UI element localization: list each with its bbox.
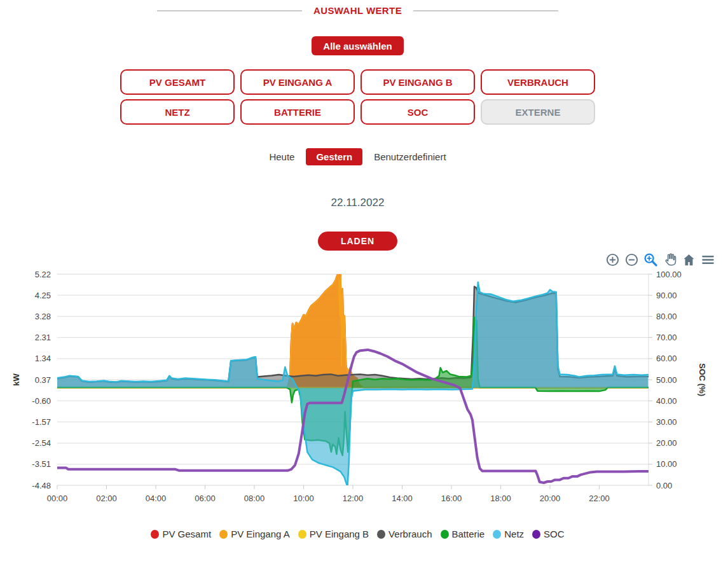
svg-text:0.37: 0.37	[35, 375, 51, 385]
home-icon[interactable]	[682, 253, 696, 267]
date-range-tabs: Heute Gestern Benutzerdefiniert	[0, 148, 715, 165]
svg-text:-1.57: -1.57	[32, 417, 51, 427]
svg-text:-3.51: -3.51	[32, 459, 51, 469]
legend-item-soc[interactable]: SOC	[532, 529, 565, 539]
pan-icon[interactable]	[663, 253, 677, 267]
svg-text:80.00: 80.00	[656, 312, 677, 321]
svg-text:3.28: 3.28	[35, 312, 51, 321]
legend-label: Verbrauch	[388, 529, 432, 539]
svg-text:20.00: 20.00	[656, 438, 677, 448]
legend-label: PV Gesamt	[162, 529, 211, 539]
legend-dot-verbrauch	[377, 530, 385, 539]
value-button-pv-eingang-b[interactable]: PV EINGANG B	[361, 69, 475, 95]
legend-item-batterie[interactable]: Batterie	[441, 529, 485, 539]
svg-text:50.00: 50.00	[656, 375, 677, 385]
selected-date: 22.11.2022	[331, 197, 385, 209]
header-divider-left	[157, 10, 302, 11]
value-button-verbrauch[interactable]: VERBRAUCH	[481, 69, 595, 95]
legend-label: Batterie	[452, 529, 485, 539]
box-zoom-icon[interactable]	[643, 253, 658, 267]
legend-dot-pv-eingang-b	[298, 530, 306, 539]
svg-text:40.00: 40.00	[656, 396, 677, 406]
legend-label: PV Eingang A	[231, 529, 290, 539]
value-button-externe[interactable]: EXTERNE	[481, 99, 595, 125]
svg-text:10:00: 10:00	[293, 494, 314, 503]
chart-legend: PV Gesamt PV Eingang A PV Eingang B Verb…	[0, 529, 715, 539]
value-button-batterie[interactable]: BATTERIE	[240, 99, 355, 125]
svg-text:-2.54: -2.54	[32, 438, 51, 448]
menu-icon[interactable]	[701, 253, 715, 267]
tab-heute[interactable]: Heute	[268, 148, 296, 165]
pv-monitor-page: AUSWAHL WERTE Alle auswählen PV GESAMT P…	[0, 0, 728, 575]
svg-text:06:00: 06:00	[195, 494, 216, 503]
value-button-soc[interactable]: SOC	[361, 99, 475, 125]
svg-text:5.22: 5.22	[35, 270, 51, 279]
svg-text:22:00: 22:00	[589, 494, 610, 503]
chart-toolbar	[605, 253, 715, 267]
legend-dot-pv-eingang-a	[219, 530, 228, 539]
svg-text:20:00: 20:00	[540, 494, 561, 503]
zoom-in-icon[interactable]	[605, 253, 620, 267]
svg-text:14:00: 14:00	[392, 494, 413, 503]
load-button[interactable]: LADEN	[318, 232, 397, 251]
power-soc-chart[interactable]: 5.224.253.282.311.340.37-0.60-1.57-2.54-…	[0, 252, 728, 522]
legend-dot-soc	[532, 530, 540, 539]
legend-label: PV Eingang B	[310, 529, 369, 539]
svg-text:SOC (%): SOC (%)	[697, 363, 707, 396]
svg-text:30.00: 30.00	[656, 417, 677, 427]
legend-dot-pv-gesamt	[151, 530, 159, 539]
legend-label: SOC	[544, 529, 565, 539]
svg-text:2.31: 2.31	[35, 333, 51, 342]
legend-item-pv-eingang-a[interactable]: PV Eingang A	[219, 529, 290, 539]
legend-dot-netz	[493, 530, 501, 539]
value-button-netz[interactable]: NETZ	[120, 99, 235, 125]
tab-benutzerdefiniert[interactable]: Benutzerdefiniert	[373, 148, 447, 165]
value-button-pv-gesamt[interactable]: PV GESAMT	[120, 69, 235, 95]
svg-text:90.00: 90.00	[656, 291, 677, 300]
svg-text:1.34: 1.34	[35, 354, 51, 363]
legend-item-pv-eingang-b[interactable]: PV Eingang B	[298, 529, 369, 539]
section-header: AUSWAHL WERTE	[0, 5, 715, 16]
select-all-button[interactable]: Alle auswählen	[312, 36, 403, 55]
svg-text:100.00: 100.00	[656, 270, 682, 279]
svg-text:00:00: 00:00	[47, 494, 68, 503]
zoom-out-icon[interactable]	[624, 253, 639, 267]
svg-text:10.00: 10.00	[656, 459, 677, 469]
svg-text:-0.60: -0.60	[32, 396, 51, 406]
legend-item-verbrauch[interactable]: Verbrauch	[377, 529, 432, 539]
svg-text:kW: kW	[11, 373, 21, 386]
legend-item-netz[interactable]: Netz	[493, 529, 524, 539]
svg-text:-4.48: -4.48	[32, 481, 51, 490]
svg-text:70.00: 70.00	[656, 333, 677, 342]
svg-text:08:00: 08:00	[244, 494, 265, 503]
legend-label: Netz	[504, 529, 524, 539]
svg-text:12:00: 12:00	[343, 494, 364, 503]
legend-dot-batterie	[441, 530, 449, 539]
value-button-pv-eingang-a[interactable]: PV EINGANG A	[240, 69, 355, 95]
svg-text:04:00: 04:00	[146, 494, 167, 503]
svg-text:16:00: 16:00	[441, 494, 462, 503]
value-button-grid: PV GESAMT PV EINGANG A PV EINGANG B VERB…	[0, 69, 715, 125]
svg-text:0.00: 0.00	[656, 481, 672, 490]
legend-item-pv-gesamt[interactable]: PV Gesamt	[151, 529, 211, 539]
svg-text:4.25: 4.25	[35, 291, 51, 300]
svg-text:60.00: 60.00	[656, 354, 677, 363]
tab-gestern[interactable]: Gestern	[306, 148, 362, 165]
page-title: AUSWAHL WERTE	[302, 5, 413, 16]
svg-text:02:00: 02:00	[96, 494, 117, 503]
header-divider-right	[413, 10, 558, 11]
svg-text:18:00: 18:00	[490, 494, 511, 503]
